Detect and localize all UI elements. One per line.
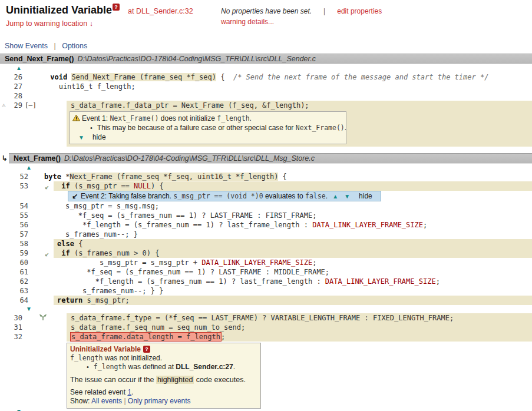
code-token: uint16_t f_length; (46, 82, 136, 91)
line-number[interactable]: 59 (0, 248, 28, 258)
line-number[interactable]: 62 (0, 277, 28, 286)
call-branch-icon: ↳ (0, 153, 9, 164)
line-number[interactable]: 64 (0, 296, 28, 305)
next-event-icon[interactable]: ▼ (344, 193, 350, 200)
hide-link[interactable]: hide (92, 133, 106, 141)
next-event-icon[interactable]: ▼ (78, 134, 84, 141)
line-number[interactable]: 31 (0, 323, 22, 332)
text-segment: f_length (70, 354, 103, 362)
line-number[interactable]: 60 (0, 258, 28, 267)
event-bar-row: ↙Event 2: Taking false branch. s_msg_ptr… (0, 191, 532, 201)
text-segment: f_length (217, 114, 249, 122)
collapse-toggle[interactable]: [–] (25, 101, 37, 110)
scroll-up-icon[interactable]: ▲ (26, 164, 32, 171)
scroll-up-icon[interactable]: ▲ (16, 65, 22, 71)
line-number[interactable]: 57 (0, 230, 28, 239)
line-number[interactable]: 26 (0, 72, 22, 82)
code-text: s_data_frame.f_type = (*f_seq == LAST_FR… (67, 313, 532, 323)
code-text: s_msg_ptr = s_msg.msg; (44, 201, 532, 211)
text-segment: The issue can occur if the (70, 376, 156, 384)
text-segment: . (326, 192, 330, 200)
scroll-down-icon[interactable]: ▼ (16, 408, 22, 411)
jump-to-warning-link[interactable]: Jump to warning location ↓ (6, 19, 93, 28)
warning-details-link[interactable]: warning details... (221, 18, 382, 26)
show-filter-line: Show: All events | Only primary events (70, 397, 257, 406)
scroll-down-icon[interactable]: ▼ (26, 306, 32, 312)
help-badge-icon[interactable]: ? (143, 346, 150, 353)
code-line: 59↙ if (s_frames_num > 0) { (0, 248, 532, 258)
warning-header: Uninitialized Variable ? at DLL_Sender.c… (0, 0, 532, 54)
options-link[interactable]: Options (62, 42, 87, 50)
code-token: *f_length = (s_frames_num == 1) ? last_f… (44, 277, 325, 286)
warning-location-file[interactable]: DLL_Sender.c:32 (136, 7, 193, 15)
scroll-row: ▲ (0, 164, 532, 172)
line-number[interactable]: 32 (0, 332, 22, 342)
code-token: Send_Next_Frame (frame_seq *f_seq) (71, 73, 216, 81)
code-text: if (s_msg_ptr == NULL) { (54, 181, 532, 191)
line-number[interactable]: 63 (0, 286, 28, 296)
highlighted-code-row: s_data_frame.data_length = f_length; (67, 332, 532, 342)
branch-arrow-icon: ↙ (45, 249, 49, 258)
highlighted-code-row: if (s_frames_num > 0) { (54, 248, 532, 258)
code-token: (s_frames_num > 0) { (70, 249, 160, 257)
code-line: 27 uint16_t f_length; (0, 82, 532, 91)
code-token: { (74, 240, 82, 248)
line-number[interactable]: 53 (0, 181, 28, 191)
code-token: s_data_frame.f_data_ptr = Next_Frame (f_… (71, 101, 309, 110)
text-segment: code executes. (194, 376, 246, 384)
highlighted-code-row: s_data_frame.f_type = (*f_seq == LAST_FR… (67, 313, 532, 323)
hide-link[interactable]: hide (359, 192, 372, 200)
function-header-row: ↳Next_Frame()D:\Datos\Practicas\DO-178\0… (0, 153, 532, 164)
code-line: 54 s_msg_ptr = s_msg.msg; (0, 201, 532, 211)
show-events-link[interactable]: Show Events (5, 42, 48, 50)
function-name[interactable]: Next_Frame() (14, 154, 61, 163)
line-number[interactable]: 28 (0, 91, 22, 101)
code-line: 55 *f_seq = (s_frames_num == 1) ? LAST_F… (0, 211, 532, 220)
code-text: else { (54, 239, 532, 248)
text-segment: Next_Frame() (110, 114, 158, 122)
code-line: 56 *f_length = (s_frames_num == 1) ? las… (0, 220, 532, 230)
line-number[interactable]: 56 (0, 220, 28, 230)
page-title: Uninitialized Variable (6, 4, 112, 16)
text-segment: DLL_Sender.c:27 (176, 363, 233, 371)
event-note-controls: ▼hide (72, 132, 343, 142)
code-line: 63 s_frames_num--; } } (0, 286, 532, 296)
edit-properties-link[interactable]: edit properties (337, 7, 382, 15)
return-merge-icon (39, 314, 47, 323)
code-token: Next_Frame (frame_seq *f_seq, uint16_t *… (70, 173, 278, 181)
code-token: void (50, 73, 67, 81)
code-line: 31s_data_frame.f_seq_num = seq_num_to_se… (0, 323, 532, 332)
warning-detail-box: Uninitialized Variable?f_length was not … (67, 343, 261, 409)
line-number[interactable]: 52 (0, 172, 28, 181)
line-number[interactable]: 30 (0, 313, 22, 323)
text-segment: false (305, 192, 326, 200)
highlighted-code-block: s_data_frame.f_data_ptr = Next_Frame (f_… (67, 101, 532, 147)
text-segment: Event 2: Taking false branch. (81, 192, 173, 200)
code-token: DATA_LINK_LAYER_FRAME_SIZE (201, 258, 312, 267)
code-text: *f_length = (s_frames_num == 1) ? last_f… (44, 220, 532, 230)
code-token: DATA_LINK_LAYER_FRAME_SIZE (312, 221, 423, 229)
function-header-bar: Send_Next_Frame()D:\Datos\Practicas\DO-1… (0, 54, 532, 64)
code-line: 53↙ if (s_msg_ptr == NULL) { (0, 181, 532, 191)
text-segment: does not initialize (158, 114, 217, 122)
line-number[interactable]: 55 (0, 211, 28, 220)
code-token: if (61, 182, 70, 190)
event-link[interactable]: All events (91, 397, 122, 405)
code-line: 62 *f_length = (s_frames_num == 1) ? las… (0, 277, 532, 286)
line-number[interactable]: 58 (0, 239, 28, 248)
line-number[interactable]: 61 (0, 267, 28, 277)
help-badge-icon[interactable]: ? (113, 4, 120, 11)
code-text: *f_seq = (s_frames_num == 1) ? LAST_FRAM… (44, 211, 532, 220)
event-link[interactable]: Only primary events (128, 397, 191, 405)
line-number[interactable]: 27 (0, 82, 22, 91)
file-path: D:\Datos\Practicas\DO-178\04-Coding\MSG_… (64, 154, 315, 163)
text-segment: See related event (70, 388, 127, 396)
code-text: s_data_frame.f_data_ptr = Next_Frame (f_… (67, 101, 532, 110)
prev-event-icon[interactable]: ▲ (332, 193, 338, 200)
line-number[interactable]: 54 (0, 201, 28, 211)
bullet-icon: • (90, 124, 92, 131)
function-name[interactable]: Send_Next_Frame() (5, 55, 74, 63)
warning-location: at DLL_Sender.c:32 (128, 7, 193, 15)
highlighted-code-row: else { (54, 239, 532, 248)
code-text: return s_msg_ptr; (54, 296, 532, 305)
